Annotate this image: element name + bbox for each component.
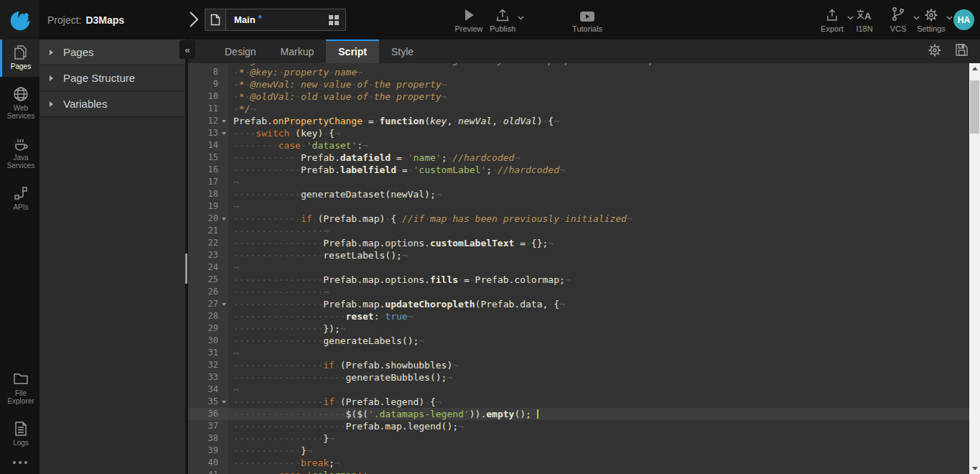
gutter-line-number[interactable]: 14 bbox=[188, 139, 228, 152]
tab-style[interactable]: Style bbox=[379, 40, 426, 63]
code-line-9[interactable]: 9·*·@newVal:·new·value·of·the·property¬ bbox=[188, 78, 969, 90]
page-grid-icon[interactable] bbox=[329, 15, 339, 25]
gutter-line-number[interactable]: 13 bbox=[188, 127, 228, 139]
more-options-button[interactable] bbox=[0, 452, 39, 474]
code-line-30[interactable]: 30················generateLabels();¬ bbox=[188, 335, 969, 347]
editor-scrollbar[interactable] bbox=[969, 63, 980, 474]
code-line-41[interactable]: 41········case·'colormap':¬ bbox=[188, 469, 969, 474]
code-line-16[interactable]: 16············Prefab.labelfield·=·'custo… bbox=[188, 164, 969, 176]
gutter-line-number[interactable]: 12 bbox=[188, 115, 228, 127]
code-line-35[interactable]: 35················if·(Prefab.legend)·{¬ bbox=[188, 396, 969, 408]
user-avatar[interactable]: HA bbox=[953, 9, 974, 30]
gutter-line-number[interactable]: 9 bbox=[188, 78, 228, 90]
code-line-36[interactable]: 36····················$($('.datamaps-leg… bbox=[188, 408, 969, 420]
gutter-line-number[interactable]: 24 bbox=[188, 261, 228, 274]
sidebar-item-logs[interactable]: Logs bbox=[0, 416, 39, 453]
gutter-line-number[interactable]: 15 bbox=[188, 152, 228, 164]
tab-design[interactable]: Design bbox=[213, 40, 269, 63]
code-line-39[interactable]: 39············}¬ bbox=[188, 445, 969, 457]
panel-section-variables[interactable]: Variables bbox=[39, 91, 185, 117]
code-line-34[interactable]: 34¬ bbox=[188, 384, 969, 396]
fold-arrow-icon[interactable] bbox=[222, 132, 226, 135]
code-line-27[interactable]: 27················Prefab.map.updateChoro… bbox=[188, 298, 969, 310]
gutter-line-number[interactable]: 29 bbox=[188, 322, 228, 335]
scroll-down-arrow[interactable] bbox=[969, 463, 980, 474]
publish-button[interactable]: Publish bbox=[485, 6, 520, 33]
scroll-up-arrow[interactable] bbox=[969, 63, 980, 74]
code-line-28[interactable]: 28····················reset:·true¬ bbox=[188, 310, 969, 322]
scrollbar-thumb[interactable] bbox=[970, 80, 979, 134]
gutter-line-number[interactable]: 25 bbox=[188, 274, 228, 286]
sidebar-item-pages[interactable]: Pages bbox=[0, 40, 39, 77]
gutter-line-number[interactable]: 37 bbox=[188, 420, 228, 432]
code-line-24[interactable]: 24¬ bbox=[188, 261, 969, 274]
code-line-21[interactable]: 21················¬ bbox=[188, 225, 969, 237]
tutorials-button[interactable]: Tutorials bbox=[570, 6, 605, 33]
save-icon[interactable] bbox=[955, 43, 969, 60]
code-line-17[interactable]: 17¬ bbox=[188, 176, 969, 188]
code-line-37[interactable]: 37····················Prefab.map.legend(… bbox=[188, 420, 969, 432]
i18n-button[interactable]: AI18N bbox=[847, 6, 882, 33]
gutter-line-number[interactable]: 35 bbox=[188, 396, 228, 408]
code-line-22[interactable]: 22················Prefab.map.options.cus… bbox=[188, 237, 969, 249]
sidebar-item-file-explorer[interactable]: File Explorer bbox=[0, 366, 39, 412]
code-line-31[interactable]: 31¬ bbox=[188, 347, 969, 359]
page-tab-main[interactable]: Main * bbox=[205, 9, 346, 31]
gutter-line-number[interactable]: 27 bbox=[188, 298, 228, 310]
sidebar-item-apis[interactable]: APIs bbox=[0, 180, 39, 218]
gutter-line-number[interactable]: 38 bbox=[188, 432, 228, 445]
code-line-33[interactable]: 33····················generateBubbles();… bbox=[188, 371, 969, 384]
editor-settings-gear-icon[interactable] bbox=[928, 43, 942, 60]
code-line-13[interactable]: 13····switch·(key)·{¬ bbox=[188, 127, 969, 139]
code-line-20[interactable]: 20············if·(Prefab.map)·{·//if·map… bbox=[188, 213, 969, 225]
code-line-23[interactable]: 23················resetLabels();¬ bbox=[188, 249, 969, 261]
divider-scroll-thumb[interactable] bbox=[185, 254, 187, 284]
fold-arrow-icon[interactable] bbox=[222, 401, 226, 404]
gutter-line-number[interactable]: 16 bbox=[188, 164, 228, 176]
export-button[interactable]: Export bbox=[815, 6, 849, 33]
gutter-line-number[interactable]: 41 bbox=[188, 469, 228, 474]
code-line-8[interactable]: 8·*·@key:·property·name¬ bbox=[188, 66, 969, 78]
fold-arrow-icon[interactable] bbox=[222, 218, 226, 220]
gutter-line-number[interactable]: 8 bbox=[188, 66, 228, 78]
fold-arrow-icon[interactable] bbox=[222, 120, 226, 123]
code-line-18[interactable]: 18············generateDataset(newVal);¬ bbox=[188, 188, 969, 200]
code-line-29[interactable]: 29················});¬ bbox=[188, 322, 969, 335]
panel-section-page-structure[interactable]: Page Structure bbox=[39, 65, 185, 91]
script-editor[interactable]: 7·*·gets·called·whenever·there·is·a·chan… bbox=[188, 63, 969, 474]
gutter-line-number[interactable]: 21 bbox=[188, 225, 228, 237]
app-logo[interactable] bbox=[0, 0, 39, 40]
code-line-19[interactable]: 19¬ bbox=[188, 200, 969, 213]
code-line-15[interactable]: 15············Prefab.datafield·=·'name';… bbox=[188, 152, 969, 164]
gutter-line-number[interactable]: 22 bbox=[188, 237, 228, 249]
sidebar-item-web-services[interactable]: Web Services bbox=[0, 81, 39, 126]
panel-editor-divider[interactable] bbox=[185, 40, 188, 474]
gutter-line-number[interactable]: 32 bbox=[188, 359, 228, 371]
code-line-12[interactable]: 12Prefab.onPropertyChange·=·function(key… bbox=[188, 115, 969, 127]
code-line-32[interactable]: 32················if·(Prefab.showbubbles… bbox=[188, 359, 969, 371]
code-line-40[interactable]: 40············break;¬ bbox=[188, 457, 969, 469]
code-line-38[interactable]: 38················}¬ bbox=[188, 432, 969, 445]
gutter-line-number[interactable]: 23 bbox=[188, 249, 228, 261]
gutter-line-number[interactable]: 28 bbox=[188, 310, 228, 322]
gutter-line-number[interactable]: 31 bbox=[188, 347, 228, 359]
tab-script[interactable]: Script bbox=[326, 40, 379, 63]
tab-markup[interactable]: Markup bbox=[269, 40, 327, 63]
gutter-line-number[interactable]: 39 bbox=[188, 445, 228, 457]
settings-button[interactable]: Settings bbox=[914, 6, 948, 33]
gutter-line-number[interactable]: 33 bbox=[188, 371, 228, 384]
gutter-line-number[interactable]: 36 bbox=[188, 408, 228, 420]
code-line-10[interactable]: 10·*·@oldVal:·old·value·of·the·property¬ bbox=[188, 90, 969, 103]
gutter-line-number[interactable]: 26 bbox=[188, 286, 228, 298]
gutter-line-number[interactable]: 20 bbox=[188, 213, 228, 225]
gutter-line-number[interactable]: 11 bbox=[188, 103, 228, 115]
code-line-25[interactable]: 25················Prefab.map.options.fil… bbox=[188, 274, 969, 286]
gutter-line-number[interactable]: 34 bbox=[188, 384, 228, 396]
code-line-26[interactable]: 26················¬ bbox=[188, 286, 969, 298]
sidebar-item-java-services[interactable]: Java Services bbox=[0, 131, 39, 176]
vcs-button[interactable]: VCS bbox=[881, 6, 915, 33]
code-line-14[interactable]: 14········case·'dataset':¬ bbox=[188, 139, 969, 152]
gutter-line-number[interactable]: 18 bbox=[188, 188, 228, 200]
fold-arrow-icon[interactable] bbox=[222, 303, 226, 306]
gutter-line-number[interactable]: 40 bbox=[188, 457, 228, 469]
